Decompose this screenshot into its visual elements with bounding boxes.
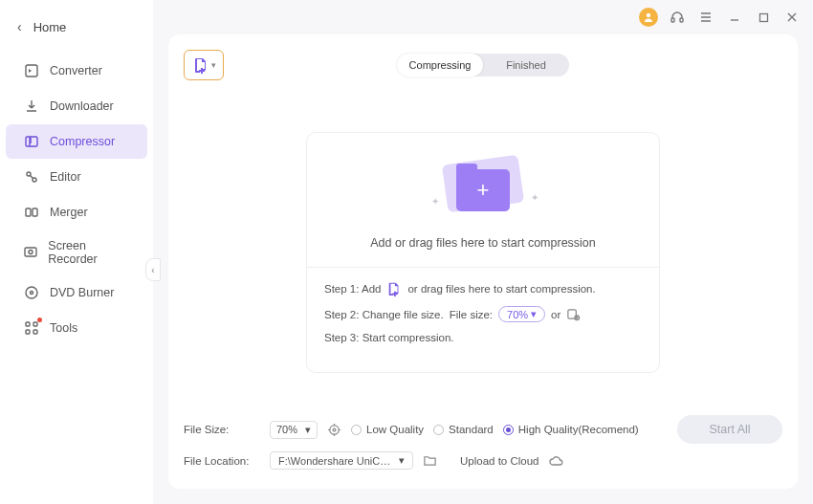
downloader-icon [23, 98, 40, 115]
sidebar-item-downloader[interactable]: Downloader [6, 89, 147, 123]
menu-icon[interactable] [696, 8, 715, 27]
nav-label: Downloader [50, 99, 114, 113]
svg-point-8 [26, 287, 37, 298]
sidebar-item-editor[interactable]: Editor [6, 160, 147, 194]
file-add-icon [386, 281, 402, 296]
step-3: Step 3: Start compression. [324, 332, 642, 343]
home-label: Home [33, 20, 67, 34]
drop-caption: Add or drag files here to start compress… [326, 236, 640, 250]
steps: Step 1: Add or drag files here to start … [307, 267, 659, 357]
sidebar-item-merger[interactable]: Merger [6, 195, 147, 230]
nav-label: Converter [50, 64, 102, 77]
svg-point-3 [33, 178, 36, 182]
headphone-icon[interactable] [668, 8, 687, 27]
file-add-icon [192, 56, 209, 74]
nav-label: Editor [50, 170, 81, 184]
svg-point-20 [330, 425, 339, 433]
settings-icon[interactable] [566, 307, 581, 321]
svg-rect-6 [25, 248, 36, 256]
drop-area[interactable]: + ✦ ✦ Add or drag files here to start co… [306, 132, 660, 373]
sidebar-item-tools[interactable]: Tools [6, 311, 147, 345]
svg-point-2 [27, 172, 31, 176]
svg-rect-10 [26, 322, 30, 326]
chevron-down-icon: ▾ [305, 424, 311, 436]
filesize-select[interactable]: 70%▾ [270, 421, 318, 439]
step-2: Step 2: Change file size. File size: 70%… [324, 306, 642, 322]
compressor-icon [23, 133, 40, 150]
nav-label: Screen Recorder [48, 239, 130, 266]
svg-point-21 [333, 428, 336, 431]
quality-standard-radio[interactable]: Standard [433, 424, 494, 435]
svg-point-9 [31, 292, 33, 295]
home-button[interactable]: ‹ Home [0, 8, 153, 46]
add-file-button[interactable]: ▾ [184, 50, 224, 80]
folder-illustration: + ✦ ✦ [426, 156, 540, 223]
back-icon: ‹ [17, 19, 22, 34]
minimize-button[interactable] [725, 8, 744, 27]
content-card: ▾ Compressing Finished + ✦ ✦ Add or [168, 34, 798, 489]
svg-rect-11 [33, 322, 37, 326]
upload-cloud-label: Upload to Cloud [460, 455, 538, 467]
svg-rect-15 [671, 18, 674, 22]
settings-icon[interactable] [327, 423, 341, 437]
footer: File Size: 70%▾ Low Quality Standard Hig… [184, 405, 782, 477]
nav-label: Compressor [50, 135, 115, 148]
tab-switcher: Compressing Finished [397, 54, 569, 77]
titlebar [153, 0, 813, 34]
step-1: Step 1: Add or drag files here to start … [324, 281, 642, 296]
tab-finished[interactable]: Finished [483, 54, 569, 77]
converter-icon [23, 62, 40, 79]
editor-icon [23, 168, 40, 186]
chevron-down-icon: ▾ [531, 308, 537, 320]
size-pill[interactable]: 70%▾ [498, 306, 545, 322]
dvd-burner-icon [23, 284, 40, 301]
location-label: File Location: [184, 455, 260, 467]
screen-recorder-icon [23, 244, 38, 261]
nav-label: Merger [50, 206, 88, 219]
quality-high-radio[interactable]: High Quality(Recomend) [503, 424, 639, 435]
user-avatar-icon[interactable] [639, 8, 658, 27]
nav-label: DVD Burner [50, 286, 114, 299]
plus-icon: + [456, 169, 510, 211]
svg-rect-13 [33, 330, 37, 334]
start-all-button[interactable]: Start All [677, 415, 782, 444]
chevron-down-icon: ▾ [211, 60, 216, 70]
sidebar-item-compressor[interactable]: Compressor [6, 124, 147, 159]
quality-low-radio[interactable]: Low Quality [351, 424, 424, 435]
nav-list: Converter Downloader Compressor Editor M… [0, 54, 153, 345]
chevron-down-icon: ▾ [399, 454, 405, 467]
maximize-button[interactable] [754, 8, 773, 27]
svg-rect-12 [26, 330, 30, 334]
sidebar: ‹ Home Converter Downloader Compressor E… [0, 0, 153, 504]
close-button[interactable] [782, 8, 802, 27]
svg-rect-5 [33, 208, 37, 216]
merger-icon [23, 204, 40, 221]
collapse-sidebar-button[interactable]: ‹ [145, 258, 161, 281]
svg-point-14 [647, 13, 650, 17]
sidebar-item-converter[interactable]: Converter [6, 54, 147, 88]
svg-point-7 [29, 251, 33, 254]
badge-dot [37, 318, 42, 322]
sidebar-item-screen-recorder[interactable]: Screen Recorder [6, 230, 147, 274]
main-area: ▾ Compressing Finished + ✦ ✦ Add or [153, 0, 813, 504]
file-location-select[interactable]: F:\Wondershare UniConverter 1▾ [270, 451, 413, 470]
svg-rect-16 [680, 18, 683, 22]
sidebar-item-dvd-burner[interactable]: DVD Burner [6, 275, 147, 310]
folder-open-icon[interactable] [423, 453, 437, 468]
nav-label: Tools [50, 321, 77, 335]
cloud-icon[interactable] [548, 453, 563, 469]
tab-compressing[interactable]: Compressing [397, 54, 483, 77]
filesize-label: File Size: [184, 424, 260, 435]
svg-rect-4 [26, 208, 31, 216]
svg-rect-17 [759, 13, 767, 21]
tools-icon [23, 319, 40, 337]
